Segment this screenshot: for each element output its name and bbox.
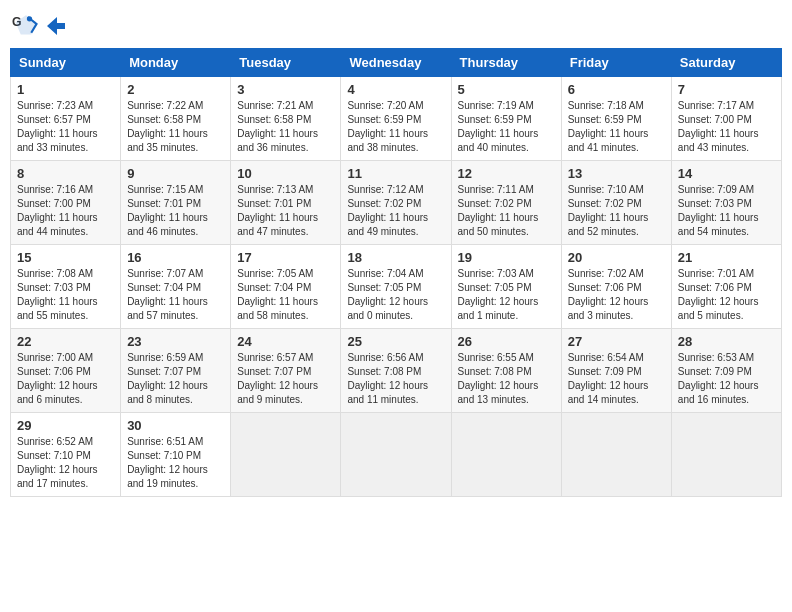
day-number: 20 — [568, 250, 665, 265]
day-number: 23 — [127, 334, 224, 349]
day-header-tuesday: Tuesday — [231, 49, 341, 77]
calendar-table: SundayMondayTuesdayWednesdayThursdayFrid… — [10, 48, 782, 497]
day-number: 25 — [347, 334, 444, 349]
day-number: 28 — [678, 334, 775, 349]
calendar-day-cell: 6Sunrise: 7:18 AMSunset: 6:59 PMDaylight… — [561, 77, 671, 161]
day-header-monday: Monday — [121, 49, 231, 77]
calendar-day-cell: 29Sunrise: 6:52 AMSunset: 7:10 PMDayligh… — [11, 413, 121, 497]
day-info: Sunrise: 7:08 AMSunset: 7:03 PMDaylight:… — [17, 267, 114, 323]
day-info: Sunrise: 7:15 AMSunset: 7:01 PMDaylight:… — [127, 183, 224, 239]
day-info: Sunrise: 7:23 AMSunset: 6:57 PMDaylight:… — [17, 99, 114, 155]
calendar-day-cell: 10Sunrise: 7:13 AMSunset: 7:01 PMDayligh… — [231, 161, 341, 245]
day-number: 27 — [568, 334, 665, 349]
day-number: 16 — [127, 250, 224, 265]
day-info: Sunrise: 6:59 AMSunset: 7:07 PMDaylight:… — [127, 351, 224, 407]
day-header-thursday: Thursday — [451, 49, 561, 77]
calendar-day-cell: 8Sunrise: 7:16 AMSunset: 7:00 PMDaylight… — [11, 161, 121, 245]
day-info: Sunrise: 7:00 AMSunset: 7:06 PMDaylight:… — [17, 351, 114, 407]
day-number: 24 — [237, 334, 334, 349]
day-number: 22 — [17, 334, 114, 349]
calendar-week-row: 8Sunrise: 7:16 AMSunset: 7:00 PMDaylight… — [11, 161, 782, 245]
day-info: Sunrise: 7:16 AMSunset: 7:00 PMDaylight:… — [17, 183, 114, 239]
calendar-day-cell — [561, 413, 671, 497]
day-info: Sunrise: 6:55 AMSunset: 7:08 PMDaylight:… — [458, 351, 555, 407]
day-number: 26 — [458, 334, 555, 349]
calendar-day-cell: 2Sunrise: 7:22 AMSunset: 6:58 PMDaylight… — [121, 77, 231, 161]
day-number: 15 — [17, 250, 114, 265]
day-info: Sunrise: 7:13 AMSunset: 7:01 PMDaylight:… — [237, 183, 334, 239]
calendar-day-cell: 15Sunrise: 7:08 AMSunset: 7:03 PMDayligh… — [11, 245, 121, 329]
calendar-day-cell: 23Sunrise: 6:59 AMSunset: 7:07 PMDayligh… — [121, 329, 231, 413]
svg-marker-3 — [47, 17, 65, 35]
day-info: Sunrise: 6:53 AMSunset: 7:09 PMDaylight:… — [678, 351, 775, 407]
day-number: 6 — [568, 82, 665, 97]
day-number: 9 — [127, 166, 224, 181]
day-number: 21 — [678, 250, 775, 265]
calendar-day-cell: 17Sunrise: 7:05 AMSunset: 7:04 PMDayligh… — [231, 245, 341, 329]
calendar-day-cell: 9Sunrise: 7:15 AMSunset: 7:01 PMDaylight… — [121, 161, 231, 245]
day-number: 18 — [347, 250, 444, 265]
day-info: Sunrise: 7:09 AMSunset: 7:03 PMDaylight:… — [678, 183, 775, 239]
calendar-week-row: 22Sunrise: 7:00 AMSunset: 7:06 PMDayligh… — [11, 329, 782, 413]
day-number: 1 — [17, 82, 114, 97]
day-info: Sunrise: 7:02 AMSunset: 7:06 PMDaylight:… — [568, 267, 665, 323]
day-info: Sunrise: 7:20 AMSunset: 6:59 PMDaylight:… — [347, 99, 444, 155]
calendar-day-cell — [451, 413, 561, 497]
day-info: Sunrise: 6:54 AMSunset: 7:09 PMDaylight:… — [568, 351, 665, 407]
day-number: 19 — [458, 250, 555, 265]
calendar-day-cell: 22Sunrise: 7:00 AMSunset: 7:06 PMDayligh… — [11, 329, 121, 413]
day-number: 29 — [17, 418, 114, 433]
calendar-day-cell: 13Sunrise: 7:10 AMSunset: 7:02 PMDayligh… — [561, 161, 671, 245]
day-info: Sunrise: 7:18 AMSunset: 6:59 PMDaylight:… — [568, 99, 665, 155]
calendar-day-cell: 4Sunrise: 7:20 AMSunset: 6:59 PMDaylight… — [341, 77, 451, 161]
logo-icon: G — [12, 10, 40, 38]
calendar-week-row: 1Sunrise: 7:23 AMSunset: 6:57 PMDaylight… — [11, 77, 782, 161]
day-number: 2 — [127, 82, 224, 97]
logo-arrow-icon — [45, 15, 67, 37]
day-info: Sunrise: 7:22 AMSunset: 6:58 PMDaylight:… — [127, 99, 224, 155]
day-number: 5 — [458, 82, 555, 97]
calendar-day-cell: 30Sunrise: 6:51 AMSunset: 7:10 PMDayligh… — [121, 413, 231, 497]
day-number: 4 — [347, 82, 444, 97]
calendar-day-cell: 5Sunrise: 7:19 AMSunset: 6:59 PMDaylight… — [451, 77, 561, 161]
day-info: Sunrise: 7:04 AMSunset: 7:05 PMDaylight:… — [347, 267, 444, 323]
day-info: Sunrise: 7:19 AMSunset: 6:59 PMDaylight:… — [458, 99, 555, 155]
logo: G — [10, 10, 67, 42]
calendar-day-cell: 27Sunrise: 6:54 AMSunset: 7:09 PMDayligh… — [561, 329, 671, 413]
calendar-day-cell: 3Sunrise: 7:21 AMSunset: 6:58 PMDaylight… — [231, 77, 341, 161]
day-header-wednesday: Wednesday — [341, 49, 451, 77]
svg-point-2 — [27, 16, 32, 21]
calendar-day-cell: 20Sunrise: 7:02 AMSunset: 7:06 PMDayligh… — [561, 245, 671, 329]
calendar-day-cell — [341, 413, 451, 497]
day-info: Sunrise: 7:21 AMSunset: 6:58 PMDaylight:… — [237, 99, 334, 155]
day-number: 17 — [237, 250, 334, 265]
day-info: Sunrise: 7:03 AMSunset: 7:05 PMDaylight:… — [458, 267, 555, 323]
day-info: Sunrise: 6:52 AMSunset: 7:10 PMDaylight:… — [17, 435, 114, 491]
day-info: Sunrise: 7:10 AMSunset: 7:02 PMDaylight:… — [568, 183, 665, 239]
calendar-day-cell: 19Sunrise: 7:03 AMSunset: 7:05 PMDayligh… — [451, 245, 561, 329]
calendar-day-cell: 24Sunrise: 6:57 AMSunset: 7:07 PMDayligh… — [231, 329, 341, 413]
day-number: 14 — [678, 166, 775, 181]
calendar-day-cell — [231, 413, 341, 497]
day-header-sunday: Sunday — [11, 49, 121, 77]
day-info: Sunrise: 7:12 AMSunset: 7:02 PMDaylight:… — [347, 183, 444, 239]
calendar-week-row: 15Sunrise: 7:08 AMSunset: 7:03 PMDayligh… — [11, 245, 782, 329]
calendar-day-cell: 21Sunrise: 7:01 AMSunset: 7:06 PMDayligh… — [671, 245, 781, 329]
day-number: 13 — [568, 166, 665, 181]
day-number: 11 — [347, 166, 444, 181]
day-info: Sunrise: 7:17 AMSunset: 7:00 PMDaylight:… — [678, 99, 775, 155]
day-header-friday: Friday — [561, 49, 671, 77]
calendar-header-row: SundayMondayTuesdayWednesdayThursdayFrid… — [11, 49, 782, 77]
day-header-saturday: Saturday — [671, 49, 781, 77]
calendar-day-cell: 18Sunrise: 7:04 AMSunset: 7:05 PMDayligh… — [341, 245, 451, 329]
calendar-day-cell: 7Sunrise: 7:17 AMSunset: 7:00 PMDaylight… — [671, 77, 781, 161]
day-info: Sunrise: 6:57 AMSunset: 7:07 PMDaylight:… — [237, 351, 334, 407]
day-info: Sunrise: 6:56 AMSunset: 7:08 PMDaylight:… — [347, 351, 444, 407]
day-info: Sunrise: 7:05 AMSunset: 7:04 PMDaylight:… — [237, 267, 334, 323]
calendar-day-cell: 14Sunrise: 7:09 AMSunset: 7:03 PMDayligh… — [671, 161, 781, 245]
day-number: 7 — [678, 82, 775, 97]
day-number: 12 — [458, 166, 555, 181]
calendar-day-cell: 28Sunrise: 6:53 AMSunset: 7:09 PMDayligh… — [671, 329, 781, 413]
calendar-day-cell: 1Sunrise: 7:23 AMSunset: 6:57 PMDaylight… — [11, 77, 121, 161]
day-number: 8 — [17, 166, 114, 181]
